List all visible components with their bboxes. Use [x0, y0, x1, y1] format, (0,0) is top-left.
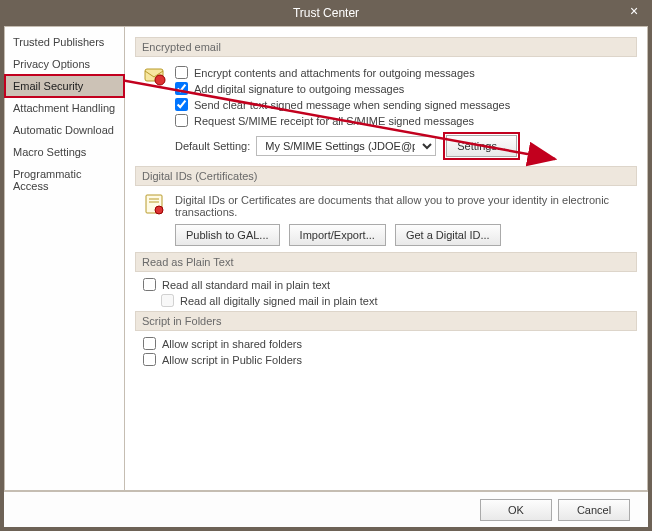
dialog-footer: OK Cancel — [4, 491, 648, 527]
get-digital-id-button[interactable]: Get a Digital ID... — [395, 224, 501, 246]
label-script-public: Allow script in Public Folders — [162, 354, 302, 366]
window-title: Trust Center — [293, 6, 359, 20]
sidebar-item-programmatic-access[interactable]: Programmatic Access — [5, 163, 124, 197]
import-export-button[interactable]: Import/Export... — [289, 224, 386, 246]
default-setting-combo[interactable]: My S/MIME Settings (JDOE@pitt.edu) — [256, 136, 436, 156]
sidebar-item-automatic-download[interactable]: Automatic Download — [5, 119, 124, 141]
group-read-plain-text: Read as Plain Text — [135, 252, 637, 272]
label-sign: Add digital signature to outgoing messag… — [194, 83, 404, 95]
svg-point-6 — [155, 206, 163, 214]
sidebar: Trusted Publishers Privacy Options Email… — [5, 27, 125, 490]
close-icon[interactable]: × — [626, 4, 642, 20]
certificate-icon — [143, 192, 167, 216]
checkbox-script-shared[interactable] — [143, 337, 156, 350]
label-read-signed-plain: Read all digitally signed mail in plain … — [180, 295, 378, 307]
sidebar-item-privacy-options[interactable]: Privacy Options — [5, 53, 124, 75]
svg-point-2 — [155, 75, 165, 85]
label-script-shared: Allow script in shared folders — [162, 338, 302, 350]
label-cleartext: Send clear text signed message when send… — [194, 99, 510, 111]
title-bar: Trust Center × — [0, 0, 652, 26]
label-receipt: Request S/MIME receipt for all S/MIME si… — [194, 115, 474, 127]
checkbox-sign[interactable] — [175, 82, 188, 95]
label-encrypt: Encrypt contents and attachments for out… — [194, 67, 475, 79]
checkbox-receipt[interactable] — [175, 114, 188, 127]
settings-button[interactable]: Settings... — [446, 135, 517, 157]
default-setting-label: Default Setting: — [175, 140, 250, 152]
group-digital-ids: Digital IDs (Certificates) — [135, 166, 637, 186]
sidebar-item-macro-settings[interactable]: Macro Settings — [5, 141, 124, 163]
main-panel: Encrypted email Encrypt contents and att… — [125, 27, 647, 490]
cancel-button[interactable]: Cancel — [558, 499, 630, 521]
sidebar-item-email-security[interactable]: Email Security — [5, 75, 124, 97]
sidebar-item-trusted-publishers[interactable]: Trusted Publishers — [5, 31, 124, 53]
checkbox-read-signed-plain — [161, 294, 174, 307]
publish-gal-button[interactable]: Publish to GAL... — [175, 224, 280, 246]
dialog-body: Trusted Publishers Privacy Options Email… — [4, 26, 648, 527]
group-script-folders: Script in Folders — [135, 311, 637, 331]
digital-ids-desc: Digital IDs or Certificates are document… — [175, 192, 637, 218]
checkbox-script-public[interactable] — [143, 353, 156, 366]
checkbox-cleartext[interactable] — [175, 98, 188, 111]
sidebar-item-attachment-handling[interactable]: Attachment Handling — [5, 97, 124, 119]
checkbox-encrypt[interactable] — [175, 66, 188, 79]
checkbox-read-standard-plain[interactable] — [143, 278, 156, 291]
group-encrypted-email: Encrypted email — [135, 37, 637, 57]
ok-button[interactable]: OK — [480, 499, 552, 521]
label-read-standard-plain: Read all standard mail in plain text — [162, 279, 330, 291]
lock-mail-icon — [143, 63, 167, 87]
